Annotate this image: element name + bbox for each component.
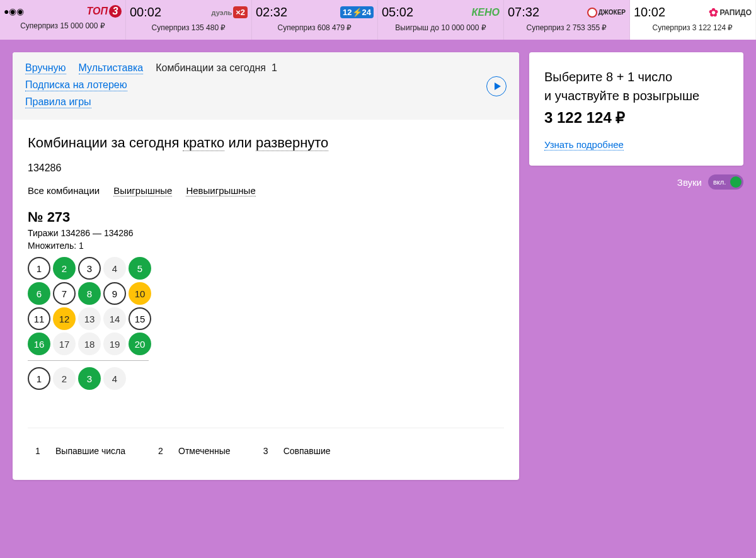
bonus-cell: 2: [53, 367, 76, 390]
tabs-header: Вручную Мультиставка Комбинации за сегод…: [13, 52, 519, 120]
rapido-logo: ✿ РАПИДО: [709, 6, 752, 20]
link-subscribe[interactable]: Подписка на лотерею: [25, 79, 127, 91]
game-tab-time: 02:32: [256, 5, 287, 20]
game-tab-joker[interactable]: 07:32 ДЖОКЕР Суперприз 2 753 355 ₽: [504, 0, 630, 40]
number-cell: 3: [78, 257, 101, 280]
number-cell: 12: [53, 307, 76, 330]
game-tab-keno[interactable]: 05:02 КЕНО Выигрыш до 10 000 000 ₽: [378, 0, 504, 40]
legend: 1 Выпавшие числа 2 Отмеченные 3 Совпавши…: [28, 428, 504, 461]
view-brief[interactable]: кратко: [183, 135, 224, 151]
number-cell: 13: [78, 307, 101, 330]
number-cell: 11: [28, 307, 50, 330]
legend-marked: 2 Отмеченные: [151, 441, 231, 461]
game-tab-sub: Суперприз 608 479 ₽: [256, 23, 374, 32]
filter-lose[interactable]: Невыигрышные: [186, 185, 255, 196]
tab-manual[interactable]: Вручную: [25, 62, 66, 74]
game-tab-time: 07:32: [508, 5, 539, 20]
number-cell: 4: [103, 257, 126, 280]
filter-row: Все комбинации Выигрышные Невыигрышные: [28, 185, 504, 196]
tab-multi[interactable]: Мультиставка: [79, 62, 144, 74]
number-cell: 15: [129, 307, 151, 330]
promo-box: Выберите 8 + 1 число и участвуйте в розы…: [529, 52, 743, 166]
game-tab-sub: Суперприз 15 000 000 ₽: [4, 21, 122, 30]
number-cell: 8: [78, 282, 101, 305]
game-tab-time: 00:02: [130, 5, 161, 20]
sound-toggle[interactable]: вкл.: [708, 174, 743, 190]
number-cell: 19: [103, 333, 126, 355]
ticket-number: № 273: [28, 209, 504, 225]
link-rules[interactable]: Правила игры: [25, 96, 91, 108]
number-cell: 7: [53, 282, 76, 305]
balls-icon: ●◉◉: [4, 6, 24, 16]
toggle-knob: [730, 176, 742, 188]
legend-matched: 3 Совпавшие: [256, 441, 331, 461]
legend-matched-icon: 3: [256, 441, 276, 461]
promo-prize: 3 122 124 ₽: [544, 109, 728, 127]
keno-logo: КЕНО: [471, 7, 500, 18]
game-tab-1224[interactable]: 02:32 12⚡24 Суперприз 608 479 ₽: [252, 0, 378, 40]
ticket-range: Тиражи 134286 — 134286: [28, 228, 504, 238]
game-tab-sub: Суперприз 135 480 ₽: [130, 23, 248, 32]
top3-logo: ТОП3: [86, 5, 122, 18]
number-cell: 6: [28, 282, 50, 305]
game-tab-time: 10:02: [634, 5, 665, 20]
main-panel: Вручную Мультиставка Комбинации за сегод…: [13, 52, 519, 480]
legend-drawn-icon: 1: [28, 441, 48, 461]
number-cell: 10: [129, 282, 151, 305]
duel-logo: дуэль ×2: [212, 6, 248, 18]
number-cell: 1: [28, 257, 50, 280]
game-tab-rapido[interactable]: 10:02 ✿ РАПИДО Суперприз 3 122 124 ₽: [630, 0, 756, 40]
game-tab-sub: Суперприз 2 753 355 ₽: [508, 23, 626, 32]
bonus-cell: 1: [28, 367, 50, 390]
tab-today[interactable]: Комбинации за сегодня 1: [156, 62, 277, 74]
number-cell: 9: [103, 282, 126, 305]
bonus-cell: 4: [103, 367, 126, 390]
number-cell: 18: [78, 333, 101, 355]
bonus-grid: 1234: [28, 361, 504, 390]
lottery-tabs: ●◉◉ ТОП3 Суперприз 15 000 000 ₽ 00:02 ду…: [0, 0, 756, 40]
number-cell: 14: [103, 307, 126, 330]
play-button[interactable]: [486, 76, 507, 96]
game-tab-duel[interactable]: 00:02 дуэль ×2 Суперприз 135 480 ₽: [126, 0, 252, 40]
ticket-multiplier: Множитель: 1: [28, 241, 504, 251]
number-cell: 2: [53, 257, 76, 280]
number-cell: 17: [53, 333, 76, 355]
legend-marked-icon: 2: [151, 441, 171, 461]
draw-id: 134286: [28, 162, 504, 174]
joker-logo: ДЖОКЕР: [587, 8, 626, 18]
number-cell: 16: [28, 333, 50, 355]
legend-drawn: 1 Выпавшие числа: [28, 441, 125, 461]
1224-logo: 12⚡24: [340, 6, 374, 18]
promo-learn-more[interactable]: Узнать подробнее: [544, 139, 624, 151]
number-cell: 20: [129, 333, 151, 355]
view-expanded[interactable]: развернуто: [256, 135, 328, 151]
filter-all[interactable]: Все комбинации: [28, 185, 100, 196]
filter-win[interactable]: Выигрышные: [113, 185, 172, 196]
sound-label: Звуки: [677, 177, 702, 188]
game-tab-sub: Выигрыш до 10 000 000 ₽: [382, 23, 500, 32]
bonus-cell: 3: [78, 367, 101, 390]
number-cell: 5: [129, 257, 151, 280]
section-title: Комбинации за сегодня кратко или разверн…: [28, 135, 504, 151]
promo-title: Выберите 8 + 1 число и участвуйте в розы…: [544, 67, 728, 105]
side-panel: Выберите 8 + 1 число и участвуйте в розы…: [529, 52, 743, 480]
game-tab-sub: Суперприз 3 122 124 ₽: [634, 23, 752, 32]
game-tab-top3[interactable]: ●◉◉ ТОП3 Суперприз 15 000 000 ₽: [0, 0, 126, 40]
sound-row: Звуки вкл.: [529, 174, 743, 190]
number-grid: 1234567891011121314151617181920: [28, 257, 504, 355]
game-tab-time: 05:02: [382, 5, 413, 20]
